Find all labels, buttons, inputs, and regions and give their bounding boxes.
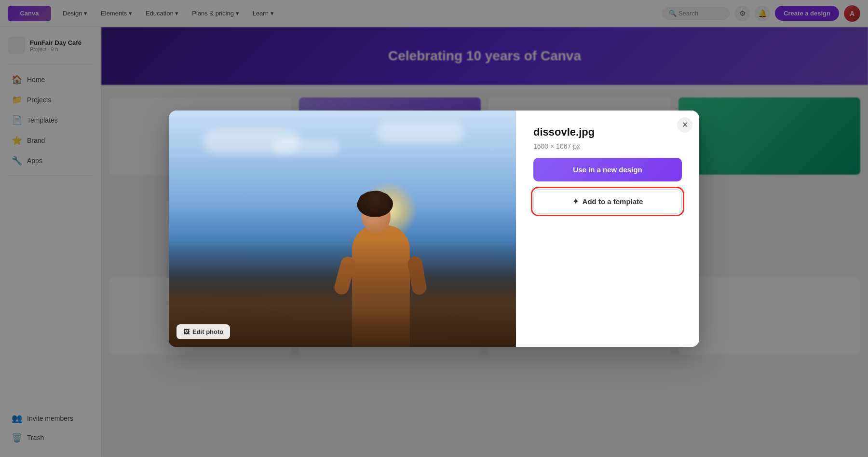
image-preview-modal: ✕ xyxy=(169,111,699,347)
use-in-new-design-button[interactable]: Use in a new design xyxy=(533,158,682,181)
edit-photo-icon: 🖼 xyxy=(183,328,190,335)
template-sparkle-icon: ✦ xyxy=(572,197,579,206)
modal-overlay[interactable]: ✕ xyxy=(0,27,868,457)
modal-dimensions: 1600 × 1067 px xyxy=(533,142,682,150)
modal-image-panel: 🖼 Edit photo xyxy=(169,111,516,347)
modal-filename: dissovle.jpg xyxy=(533,126,682,138)
edit-photo-label: Edit photo xyxy=(192,328,223,335)
add-to-template-button[interactable]: ✦ Add to a template xyxy=(533,189,682,214)
add-to-template-label: Add to a template xyxy=(583,197,643,206)
modal-close-button[interactable]: ✕ xyxy=(677,117,692,133)
modal-info-panel: dissovle.jpg 1600 × 1067 px Use in a new… xyxy=(516,111,699,347)
edit-photo-button[interactable]: 🖼 Edit photo xyxy=(176,324,230,339)
modal-image xyxy=(169,111,516,347)
